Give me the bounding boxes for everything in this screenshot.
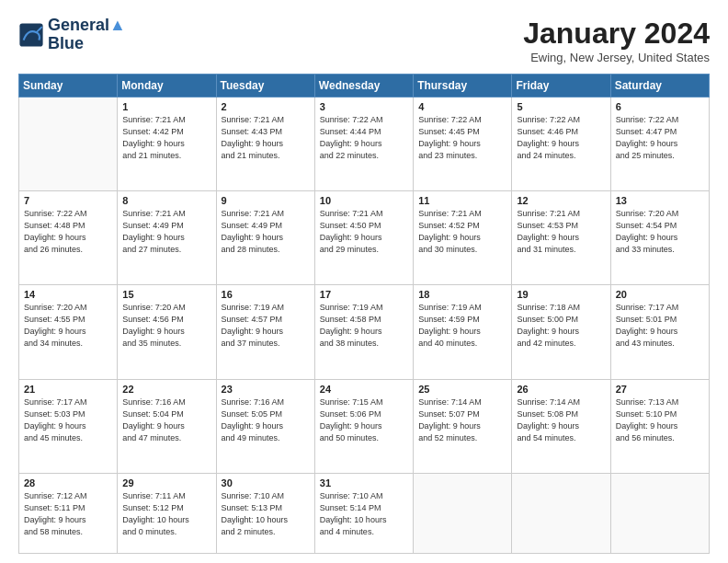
calendar-day-cell: 2Sunrise: 7:21 AM Sunset: 4:43 PM Daylig… (216, 98, 314, 191)
day-info: Sunrise: 7:11 AM Sunset: 5:12 PM Dayligh… (122, 490, 210, 538)
day-number: 13 (616, 195, 704, 206)
calendar-week-row: 7Sunrise: 7:22 AM Sunset: 4:48 PM Daylig… (19, 191, 710, 285)
calendar-day-cell: 1Sunrise: 7:21 AM Sunset: 4:42 PM Daylig… (118, 98, 216, 191)
day-number: 24 (320, 384, 408, 395)
calendar-day-cell: 31Sunrise: 7:10 AM Sunset: 5:14 PM Dayli… (314, 473, 413, 553)
day-info: Sunrise: 7:21 AM Sunset: 4:49 PM Dayligh… (122, 208, 210, 256)
day-number: 26 (517, 384, 605, 395)
logo: General▲ Blue (18, 17, 126, 53)
calendar-day-cell: 19Sunrise: 7:18 AM Sunset: 5:00 PM Dayli… (512, 285, 610, 379)
weekday-header-friday: Friday (512, 75, 610, 98)
day-number: 14 (24, 289, 112, 300)
day-info: Sunrise: 7:21 AM Sunset: 4:43 PM Dayligh… (222, 114, 310, 162)
title-area: January 2024 Ewing, New Jersey, United S… (523, 17, 710, 64)
calendar-table: SundayMondayTuesdayWednesdayThursdayFrid… (18, 74, 710, 554)
calendar-day-cell: 15Sunrise: 7:20 AM Sunset: 4:56 PM Dayli… (118, 285, 216, 379)
day-info: Sunrise: 7:21 AM Sunset: 4:50 PM Dayligh… (320, 208, 408, 256)
calendar-day-cell: 16Sunrise: 7:19 AM Sunset: 4:57 PM Dayli… (216, 285, 314, 379)
day-info: Sunrise: 7:19 AM Sunset: 4:59 PM Dayligh… (418, 302, 506, 350)
month-title: January 2024 (523, 17, 710, 51)
day-info: Sunrise: 7:13 AM Sunset: 5:10 PM Dayligh… (616, 396, 704, 444)
day-info: Sunrise: 7:14 AM Sunset: 5:07 PM Dayligh… (418, 396, 506, 444)
day-number: 1 (122, 101, 210, 112)
weekday-header-thursday: Thursday (414, 75, 512, 98)
weekday-header-row: SundayMondayTuesdayWednesdayThursdayFrid… (19, 75, 710, 98)
day-number: 11 (418, 195, 506, 206)
calendar-day-cell: 22Sunrise: 7:16 AM Sunset: 5:04 PM Dayli… (118, 379, 216, 473)
day-info: Sunrise: 7:15 AM Sunset: 5:06 PM Dayligh… (320, 396, 408, 444)
calendar-day-cell (512, 473, 610, 553)
weekday-header-monday: Monday (118, 75, 216, 98)
day-info: Sunrise: 7:12 AM Sunset: 5:11 PM Dayligh… (24, 490, 112, 538)
day-number: 12 (517, 195, 605, 206)
day-info: Sunrise: 7:20 AM Sunset: 4:56 PM Dayligh… (122, 302, 210, 350)
calendar-day-cell: 26Sunrise: 7:14 AM Sunset: 5:08 PM Dayli… (512, 379, 610, 473)
calendar-day-cell: 11Sunrise: 7:21 AM Sunset: 4:52 PM Dayli… (414, 191, 512, 285)
day-number: 29 (122, 477, 210, 488)
location: Ewing, New Jersey, United States (523, 51, 710, 64)
day-info: Sunrise: 7:16 AM Sunset: 5:05 PM Dayligh… (222, 396, 310, 444)
calendar-day-cell: 14Sunrise: 7:20 AM Sunset: 4:55 PM Dayli… (19, 285, 118, 379)
day-number: 17 (320, 289, 408, 300)
day-info: Sunrise: 7:10 AM Sunset: 5:13 PM Dayligh… (222, 490, 310, 538)
day-number: 7 (24, 195, 112, 206)
header: General▲ Blue January 2024 Ewing, New Je… (18, 17, 710, 64)
day-info: Sunrise: 7:17 AM Sunset: 5:01 PM Dayligh… (616, 302, 704, 350)
logo-text: General▲ Blue (48, 17, 126, 53)
day-info: Sunrise: 7:22 AM Sunset: 4:47 PM Dayligh… (616, 114, 704, 162)
day-info: Sunrise: 7:20 AM Sunset: 4:54 PM Dayligh… (616, 208, 704, 256)
calendar-day-cell: 30Sunrise: 7:10 AM Sunset: 5:13 PM Dayli… (216, 473, 314, 553)
day-info: Sunrise: 7:20 AM Sunset: 4:55 PM Dayligh… (24, 302, 112, 350)
day-number: 23 (222, 384, 310, 395)
day-info: Sunrise: 7:17 AM Sunset: 5:03 PM Dayligh… (24, 396, 112, 444)
calendar-day-cell: 12Sunrise: 7:21 AM Sunset: 4:53 PM Dayli… (512, 191, 610, 285)
calendar-week-row: 14Sunrise: 7:20 AM Sunset: 4:55 PM Dayli… (19, 285, 710, 379)
day-number: 6 (616, 101, 704, 112)
day-number: 9 (222, 195, 310, 206)
calendar-day-cell: 6Sunrise: 7:22 AM Sunset: 4:47 PM Daylig… (610, 98, 709, 191)
calendar-week-row: 1Sunrise: 7:21 AM Sunset: 4:42 PM Daylig… (19, 98, 710, 191)
calendar-day-cell (414, 473, 512, 553)
day-number: 8 (122, 195, 210, 206)
calendar-day-cell: 18Sunrise: 7:19 AM Sunset: 4:59 PM Dayli… (414, 285, 512, 379)
day-number: 31 (320, 477, 408, 488)
day-number: 3 (320, 101, 408, 112)
day-info: Sunrise: 7:22 AM Sunset: 4:44 PM Dayligh… (320, 114, 408, 162)
day-number: 27 (616, 384, 704, 395)
day-number: 21 (24, 384, 112, 395)
weekday-header-sunday: Sunday (19, 75, 118, 98)
calendar-day-cell: 4Sunrise: 7:22 AM Sunset: 4:45 PM Daylig… (414, 98, 512, 191)
day-number: 15 (122, 289, 210, 300)
calendar-day-cell: 23Sunrise: 7:16 AM Sunset: 5:05 PM Dayli… (216, 379, 314, 473)
day-info: Sunrise: 7:21 AM Sunset: 4:53 PM Dayligh… (517, 208, 605, 256)
day-number: 10 (320, 195, 408, 206)
day-info: Sunrise: 7:10 AM Sunset: 5:14 PM Dayligh… (320, 490, 408, 538)
calendar-day-cell: 29Sunrise: 7:11 AM Sunset: 5:12 PM Dayli… (118, 473, 216, 553)
day-info: Sunrise: 7:21 AM Sunset: 4:42 PM Dayligh… (122, 114, 210, 162)
day-info: Sunrise: 7:22 AM Sunset: 4:45 PM Dayligh… (418, 114, 506, 162)
weekday-header-saturday: Saturday (610, 75, 709, 98)
day-info: Sunrise: 7:22 AM Sunset: 4:46 PM Dayligh… (517, 114, 605, 162)
calendar-day-cell (610, 473, 709, 553)
calendar-day-cell: 13Sunrise: 7:20 AM Sunset: 4:54 PM Dayli… (610, 191, 709, 285)
day-info: Sunrise: 7:21 AM Sunset: 4:49 PM Dayligh… (222, 208, 310, 256)
day-info: Sunrise: 7:14 AM Sunset: 5:08 PM Dayligh… (517, 396, 605, 444)
calendar-week-row: 28Sunrise: 7:12 AM Sunset: 5:11 PM Dayli… (19, 473, 710, 553)
calendar-day-cell: 21Sunrise: 7:17 AM Sunset: 5:03 PM Dayli… (19, 379, 118, 473)
day-info: Sunrise: 7:16 AM Sunset: 5:04 PM Dayligh… (122, 396, 210, 444)
calendar-day-cell: 5Sunrise: 7:22 AM Sunset: 4:46 PM Daylig… (512, 98, 610, 191)
calendar-day-cell: 17Sunrise: 7:19 AM Sunset: 4:58 PM Dayli… (314, 285, 413, 379)
weekday-header-wednesday: Wednesday (314, 75, 413, 98)
calendar-day-cell: 7Sunrise: 7:22 AM Sunset: 4:48 PM Daylig… (19, 191, 118, 285)
day-info: Sunrise: 7:19 AM Sunset: 4:58 PM Dayligh… (320, 302, 408, 350)
day-info: Sunrise: 7:18 AM Sunset: 5:00 PM Dayligh… (517, 302, 605, 350)
day-number: 18 (418, 289, 506, 300)
day-info: Sunrise: 7:21 AM Sunset: 4:52 PM Dayligh… (418, 208, 506, 256)
day-number: 16 (222, 289, 310, 300)
day-info: Sunrise: 7:19 AM Sunset: 4:57 PM Dayligh… (222, 302, 310, 350)
calendar-day-cell: 24Sunrise: 7:15 AM Sunset: 5:06 PM Dayli… (314, 379, 413, 473)
day-number: 25 (418, 384, 506, 395)
calendar-day-cell: 27Sunrise: 7:13 AM Sunset: 5:10 PM Dayli… (610, 379, 709, 473)
day-number: 19 (517, 289, 605, 300)
day-number: 2 (222, 101, 310, 112)
